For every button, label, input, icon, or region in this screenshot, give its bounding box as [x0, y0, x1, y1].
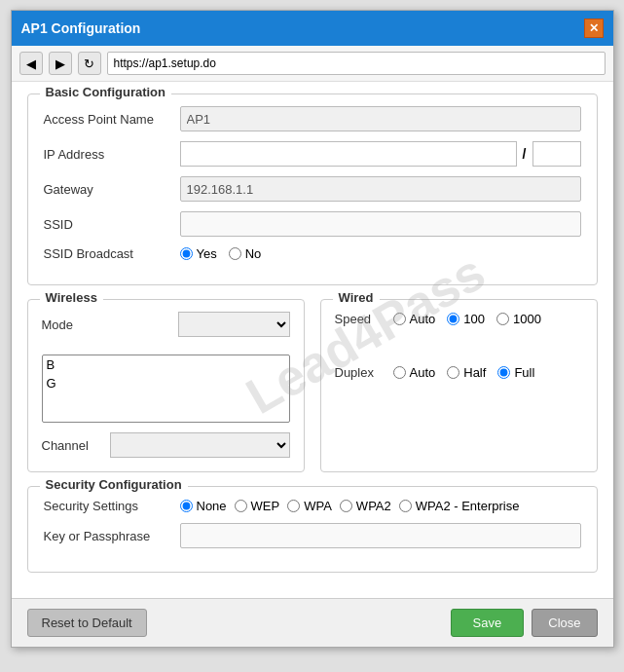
close-button[interactable]: Close — [532, 609, 597, 637]
ssid-broadcast-no-label[interactable]: No — [229, 246, 262, 261]
speed-row: Speed Auto 100 1000 — [335, 312, 583, 326]
security-wpa-text: WPA — [304, 499, 332, 513]
mode-select[interactable] — [178, 312, 290, 337]
ip-address-label: IP Address — [44, 147, 180, 162]
wireless-wired-row: Wireless Mode B G Channel — [27, 299, 598, 472]
duplex-row: Duplex Auto Half Full — [335, 365, 583, 380]
security-wep-text: WEP — [251, 499, 280, 513]
wireless-title: Wireless — [40, 290, 103, 305]
speed-auto-label[interactable]: Auto — [393, 312, 436, 326]
security-section: Security Configuration Security Settings… — [27, 486, 598, 573]
footer-btn-group: Save Close — [451, 609, 598, 637]
wireless-section: Wireless Mode B G Channel — [27, 299, 305, 472]
forward-icon: ▶ — [55, 56, 65, 71]
duplex-half-radio[interactable] — [447, 366, 459, 379]
reset-button[interactable]: Reset to Default — [27, 609, 147, 637]
security-wpa-radio[interactable] — [287, 500, 300, 512]
mode-listbox-b: B — [43, 355, 289, 374]
speed-100-radio[interactable] — [447, 313, 459, 325]
duplex-auto-text: Auto — [410, 365, 436, 380]
ip-address-input[interactable] — [180, 141, 517, 167]
ip-slash: / — [523, 146, 527, 162]
url-input[interactable] — [107, 52, 606, 75]
access-point-name-input[interactable] — [180, 106, 581, 131]
key-passphrase-label: Key or Passphrase — [44, 529, 180, 543]
security-none-text: None — [197, 499, 227, 513]
channel-label: Channel — [42, 438, 110, 453]
duplex-full-radio[interactable] — [497, 366, 510, 379]
security-none-label[interactable]: None — [180, 499, 227, 513]
ssid-broadcast-label: SSID Broadcast — [44, 246, 180, 261]
ssid-input[interactable] — [180, 211, 581, 237]
ssid-broadcast-yes-label[interactable]: Yes — [180, 246, 217, 261]
duplex-group: Auto Half Full — [393, 365, 535, 380]
mode-label: Mode — [42, 317, 178, 332]
speed-auto-radio[interactable] — [393, 313, 406, 325]
speed-1000-text: 1000 — [513, 312, 541, 326]
speed-auto-text: Auto — [410, 312, 436, 326]
channel-select[interactable] — [110, 432, 290, 458]
duplex-full-text: Full — [514, 365, 534, 380]
close-icon: ✕ — [589, 21, 599, 35]
ap1-config-window: AP1 Configuration ✕ ◀ ▶ ↻ Lead4Pass Basi… — [11, 10, 614, 648]
speed-100-label[interactable]: 100 — [447, 312, 485, 326]
security-wpa-label[interactable]: WPA — [287, 499, 332, 513]
ssid-broadcast-yes-radio[interactable] — [180, 247, 193, 260]
window-title: AP1 Configuration — [21, 20, 141, 36]
back-icon: ◀ — [26, 56, 36, 71]
basic-config-title: Basic Configuration — [40, 85, 172, 99]
duplex-label: Duplex — [335, 365, 393, 380]
refresh-button[interactable]: ↻ — [78, 52, 101, 75]
ssid-row: SSID — [44, 211, 581, 237]
gateway-label: Gateway — [44, 182, 180, 197]
security-wpa2-text: WPA2 — [356, 499, 391, 513]
security-settings-group: None WEP WPA WPA2 — [180, 499, 520, 513]
access-point-name-row: Access Point Name — [44, 106, 581, 131]
footer: Reset to Default Save Close — [12, 598, 613, 647]
security-wpa2-enterprise-label[interactable]: WPA2 - Enterprise — [399, 499, 520, 513]
security-wep-radio[interactable] — [235, 500, 247, 512]
nav-bar: ◀ ▶ ↻ — [12, 46, 613, 82]
security-title: Security Configuration — [40, 477, 188, 492]
back-button[interactable]: ◀ — [19, 52, 43, 75]
security-settings-row: Security Settings None WEP WPA — [44, 499, 581, 513]
security-none-radio[interactable] — [180, 500, 193, 512]
ip-cidr-input[interactable] — [532, 141, 581, 167]
ssid-broadcast-no-radio[interactable] — [229, 247, 241, 260]
forward-button[interactable]: ▶ — [49, 52, 72, 75]
ssid-broadcast-yes-text: Yes — [197, 246, 217, 261]
speed-1000-radio[interactable] — [496, 313, 509, 325]
duplex-half-text: Half — [463, 365, 486, 380]
key-passphrase-row: Key or Passphrase — [44, 523, 581, 548]
duplex-auto-label[interactable]: Auto — [393, 365, 436, 380]
duplex-auto-radio[interactable] — [393, 366, 406, 379]
speed-group: Auto 100 1000 — [393, 312, 541, 326]
ssid-broadcast-no-text: No — [245, 246, 262, 261]
security-wpa2-radio[interactable] — [340, 500, 352, 512]
mode-listbox-g: G — [43, 374, 289, 392]
speed-label: Speed — [335, 312, 393, 326]
content-area: Lead4Pass Basic Configuration Access Poi… — [12, 82, 613, 598]
gateway-row: Gateway — [44, 176, 581, 202]
ip-address-row: IP Address / — [44, 141, 581, 167]
title-close-button[interactable]: ✕ — [584, 19, 604, 38]
save-button[interactable]: Save — [451, 609, 525, 637]
security-settings-label: Security Settings — [44, 499, 180, 513]
security-wpa2-enterprise-text: WPA2 - Enterprise — [416, 499, 520, 513]
duplex-half-label[interactable]: Half — [447, 365, 486, 380]
security-wpa2-enterprise-radio[interactable] — [399, 500, 412, 512]
speed-100-text: 100 — [463, 312, 485, 326]
speed-1000-label[interactable]: 1000 — [496, 312, 541, 326]
access-point-name-label: Access Point Name — [44, 112, 180, 127]
key-passphrase-input[interactable] — [180, 523, 581, 548]
ssid-broadcast-group: Yes No — [180, 246, 262, 261]
wired-section: Wired Speed Auto 100 — [320, 299, 598, 472]
gateway-input[interactable] — [180, 176, 581, 202]
security-wpa2-label[interactable]: WPA2 — [340, 499, 391, 513]
mode-listbox[interactable]: B G — [42, 355, 290, 423]
duplex-full-label[interactable]: Full — [497, 365, 534, 380]
basic-config-section: Basic Configuration Access Point Name IP… — [27, 93, 598, 285]
ip-address-group: / — [180, 141, 581, 167]
security-wep-label[interactable]: WEP — [235, 499, 280, 513]
mode-row: Mode — [42, 312, 290, 337]
